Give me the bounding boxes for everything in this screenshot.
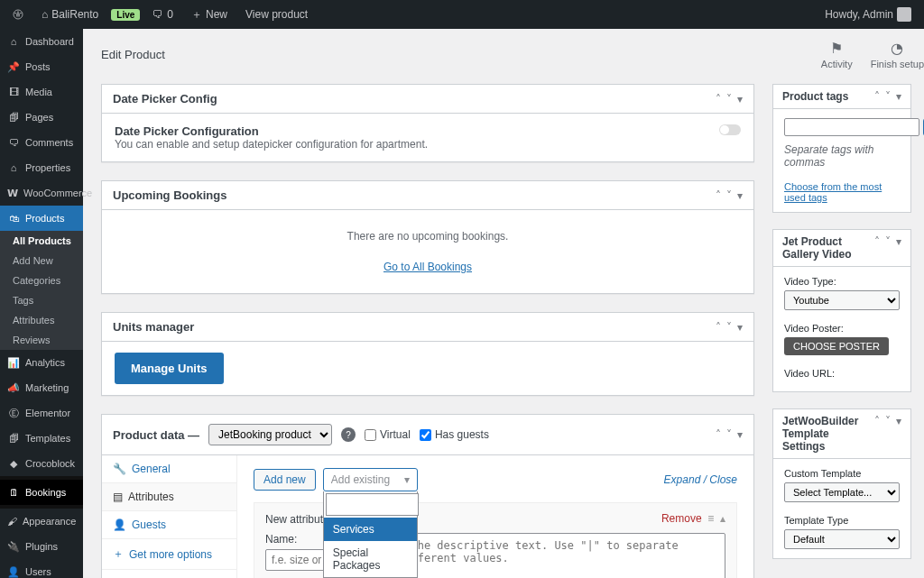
sidebar-item[interactable]: 📌Posts [0,54,83,79]
menu-label: Crocoblock [25,458,75,469]
comments-link[interactable]: 🗨 0 [147,0,179,29]
remove-link[interactable]: Remove [661,512,702,525]
attr-values-textarea[interactable] [392,533,725,578]
sidebar-item[interactable]: 🗨Comments [0,130,83,155]
panel-toggle-icon[interactable]: ▾ [896,415,901,453]
sidebar-item[interactable]: 👤Users [0,559,83,578]
menu-label: Bookings [25,487,66,498]
sidebar-item[interactable]: 🗐Pages [0,105,83,130]
activity-label: Activity [821,59,853,69]
panel-title: Units manager [113,320,194,334]
panel-toggle-icon[interactable]: ▾ [896,235,901,261]
sidebar-item[interactable]: ⌂Properties [0,155,83,180]
submenu-item[interactable]: Reviews [0,330,83,350]
tab-attributes[interactable]: ▤Attributes [102,483,236,511]
panel-down-icon[interactable]: ˅ [885,235,891,261]
dropdown-option-services[interactable]: Services [324,518,417,541]
panel-title: Product tags [782,90,848,103]
howdy[interactable]: Howdy, Admin [819,0,917,29]
virtual-checkbox-wrap[interactable]: Virtual [365,428,411,441]
menu-icon: 🗨 [7,136,20,149]
panel-toggle-icon[interactable]: ▾ [737,428,743,441]
add-existing-dropdown[interactable]: Add existing ▾ [323,468,418,491]
site-link[interactable]: ⌂ BaliRento [36,0,104,29]
user-icon: 👤 [113,518,126,531]
panel-up-icon[interactable]: ˄ [716,428,721,441]
tag-input[interactable] [784,118,919,136]
dropdown-option-packages[interactable]: Special Packages [324,541,417,577]
panel-up-icon[interactable]: ˄ [716,321,721,334]
chevron-down-icon: ▾ [404,473,410,486]
custom-template-label: Custom Template [784,468,900,479]
video-type-select[interactable]: Youtube [784,290,900,310]
submenu-item[interactable]: Attributes [0,310,83,330]
view-product-link[interactable]: View product [240,0,313,29]
panel-up-icon[interactable]: ˄ [716,93,721,106]
menu-label: Posts [25,61,51,72]
go-to-bookings-link[interactable]: Go to All Bookings [383,261,472,273]
has-guests-checkbox-wrap[interactable]: Has guests [420,428,489,441]
dropdown-search-input[interactable] [326,493,419,516]
custom-template-select[interactable]: Select Template... [784,482,900,502]
sidebar-item[interactable]: 𝗪WooCommerce [0,180,83,206]
virtual-checkbox[interactable] [365,429,376,441]
panel-down-icon[interactable]: ˅ [726,93,732,106]
menu-label: Templates [25,433,70,444]
no-bookings-text: There are no upcoming bookings. [115,221,741,252]
panel-toggle-icon[interactable]: ▾ [896,90,901,103]
panel-down-icon[interactable]: ˅ [885,90,891,103]
finish-setup-action[interactable]: ◔ Finish setup [871,40,924,69]
template-type-label: Template Type [784,515,900,526]
admin-toolbar: ⌂ BaliRento Live 🗨 0 ＋ New View product … [0,0,924,29]
new-link[interactable]: ＋ New [186,0,233,29]
sidebar-item[interactable]: 🖌Appearance [0,509,83,534]
panel-up-icon[interactable]: ˄ [874,90,880,103]
panel-up-icon[interactable]: ˄ [874,415,880,453]
sidebar-item[interactable]: 🗓Bookings [0,480,83,505]
template-type-select[interactable]: Default [784,529,900,549]
has-guests-checkbox[interactable] [420,429,431,441]
menu-icon: 𝗪 [7,187,18,199]
sidebar-item[interactable]: 📣Marketing [0,375,83,400]
sidebar-item[interactable]: 🗐Templates [0,426,83,451]
wp-logo[interactable] [7,0,29,29]
choose-tags-link[interactable]: Choose from the most used tags [784,181,882,203]
panel-down-icon[interactable]: ˅ [726,189,732,202]
menu-icon: 🔌 [7,540,20,553]
panel-toggle-icon[interactable]: ▾ [737,93,743,106]
submenu-item[interactable]: Categories [0,271,83,290]
sidebar-item[interactable]: 🎞Media [0,79,83,105]
product-type-select[interactable]: JetBooking product [208,424,332,445]
activity-action[interactable]: ⚑ Activity [821,40,853,69]
panel-toggle-icon[interactable]: ▾ [737,189,743,202]
sidebar-item[interactable]: ◆Crocoblock [0,451,83,476]
panel-up-icon[interactable]: ˄ [716,189,721,202]
panel-down-icon[interactable]: ˅ [726,428,732,441]
sidebar-item[interactable]: ⒺElementor [0,400,83,426]
panel-down-icon[interactable]: ˅ [885,415,891,453]
expand-close-link[interactable]: Expand / Close [664,473,737,486]
date-picker-panel: Date Picker Config ˄ ˅ ▾ Date Picker Con… [101,84,754,162]
tab-more-options[interactable]: ＋Get more options [102,539,236,570]
menu-label: Marketing [25,382,69,393]
dp-toggle[interactable] [719,124,741,135]
tab-general[interactable]: 🔧General [102,455,236,483]
add-new-button[interactable]: Add new [254,469,316,491]
submenu-item[interactable]: Tags [0,290,83,310]
panel-up-icon[interactable]: ˄ [874,235,880,261]
panel-toggle-icon[interactable]: ▾ [737,321,743,334]
submenu-item[interactable]: Add New [0,251,83,271]
units-manager-panel: Units manager ˄˅▾ Manage Units [101,312,754,396]
sidebar-item[interactable]: 🛍Products [0,206,83,231]
sidebar-item[interactable]: 🔌Plugins [0,534,83,559]
sidebar-item[interactable]: 📊Analytics [0,350,83,375]
sidebar-item[interactable]: ⌂Dashboard [0,29,83,54]
tab-guests[interactable]: 👤Guests [102,511,236,539]
choose-poster-button[interactable]: CHOOSE POSTER [784,337,889,355]
collapse-icon[interactable]: ▴ [720,512,725,525]
drag-icon[interactable]: ≡ [707,512,714,525]
submenu-item[interactable]: All Products [0,231,83,251]
manage-units-button[interactable]: Manage Units [115,353,224,384]
panel-down-icon[interactable]: ˅ [726,321,732,334]
help-icon[interactable]: ? [341,427,356,442]
